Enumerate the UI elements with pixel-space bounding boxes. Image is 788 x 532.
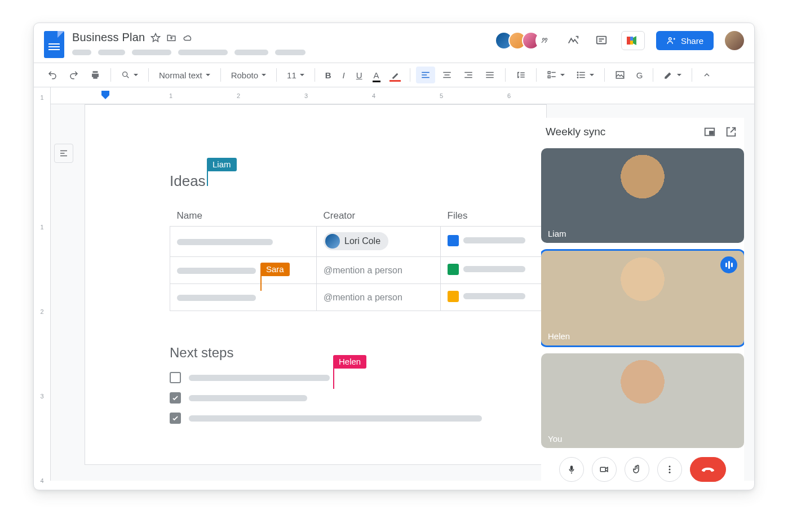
svg-point-14 xyxy=(577,77,578,78)
align-right-button[interactable] xyxy=(459,66,478,83)
svg-marker-0 xyxy=(152,33,160,41)
document-title[interactable]: Business Plan xyxy=(72,31,145,44)
document-page[interactable]: Liam Ideas Name Creator Files Lori Cole xyxy=(85,104,547,465)
move-folder-icon[interactable] xyxy=(166,33,176,43)
speaking-indicator-icon xyxy=(720,256,737,273)
editing-mode-dropdown[interactable] xyxy=(659,66,686,83)
indent-marker-icon[interactable] xyxy=(101,91,109,100)
insert-image-button[interactable] xyxy=(610,66,630,83)
svg-point-22 xyxy=(669,472,671,473)
share-icon xyxy=(666,36,676,46)
checklist-item[interactable] xyxy=(170,392,512,404)
mention-placeholder[interactable]: @mention a person xyxy=(317,257,441,284)
align-center-button[interactable] xyxy=(437,66,457,83)
meet-dropdown[interactable] xyxy=(621,31,645,50)
person-chip[interactable]: Lori Cole xyxy=(324,232,388,250)
checklist-button[interactable] xyxy=(542,66,569,83)
font-dropdown[interactable]: Roboto xyxy=(227,67,271,83)
outline-toggle-button[interactable] xyxy=(54,144,73,163)
print-button[interactable] xyxy=(86,66,105,83)
video-tile[interactable]: Liam xyxy=(541,148,744,243)
svg-rect-5 xyxy=(627,37,630,45)
text-color-button[interactable]: A xyxy=(369,67,384,83)
svg-marker-16 xyxy=(101,91,109,99)
svg-rect-3 xyxy=(597,37,607,44)
video-tile[interactable]: Helen xyxy=(541,251,744,345)
align-justify-button[interactable] xyxy=(480,66,499,83)
svg-rect-18 xyxy=(710,131,713,135)
svg-point-12 xyxy=(577,72,578,73)
pip-icon[interactable] xyxy=(701,123,718,140)
title-column: Business Plan xyxy=(72,30,306,55)
checkbox-unchecked-icon[interactable] xyxy=(170,372,181,383)
checkbox-checked-icon[interactable] xyxy=(170,413,181,424)
meet-icon xyxy=(625,34,639,47)
tile-label: You xyxy=(548,434,562,444)
insert-link-button[interactable]: G xyxy=(632,67,648,83)
meet-title-dropdown[interactable]: Weekly sync xyxy=(546,126,609,138)
bold-button[interactable]: B xyxy=(321,67,336,83)
mic-button[interactable] xyxy=(559,457,584,482)
collaborator-more-icon[interactable] xyxy=(535,32,554,50)
align-left-button[interactable] xyxy=(416,66,435,83)
docs-app-window: Business Plan xyxy=(33,23,755,490)
checklist-item[interactable] xyxy=(170,413,512,424)
svg-point-20 xyxy=(669,466,671,467)
line-spacing-button[interactable] xyxy=(511,66,530,83)
svg-rect-7 xyxy=(630,37,633,41)
format-toolbar: Normal text Roboto 11 B I U A G xyxy=(34,63,754,87)
svg-marker-6 xyxy=(633,36,636,45)
undo-button[interactable] xyxy=(43,66,62,83)
tile-label: Helen xyxy=(548,331,570,341)
file-chip-sheet[interactable] xyxy=(448,264,525,275)
comments-icon[interactable] xyxy=(593,32,610,49)
file-chip-slide[interactable] xyxy=(448,291,525,302)
popout-icon[interactable] xyxy=(723,123,740,140)
italic-button[interactable]: I xyxy=(338,67,349,83)
activity-icon[interactable] xyxy=(565,32,582,49)
bullet-list-button[interactable] xyxy=(572,66,599,83)
hangup-button[interactable] xyxy=(690,457,726,482)
mention-placeholder[interactable]: @mention a person xyxy=(317,284,441,311)
more-options-button[interactable] xyxy=(657,457,682,482)
share-label: Share xyxy=(681,36,703,46)
svg-point-8 xyxy=(669,38,671,41)
style-dropdown[interactable]: Normal text xyxy=(154,67,215,83)
collaborator-avatars[interactable] xyxy=(495,32,554,50)
cursor-flag-liam: Liam xyxy=(207,158,237,186)
docs-logo-icon[interactable] xyxy=(44,31,64,58)
svg-point-13 xyxy=(577,74,578,76)
checkbox-checked-icon[interactable] xyxy=(170,392,181,404)
underline-button[interactable]: U xyxy=(352,67,367,83)
redo-button[interactable] xyxy=(64,66,83,83)
meet-controls xyxy=(541,448,744,484)
menu-bar[interactable] xyxy=(72,50,306,55)
svg-point-9 xyxy=(123,72,127,77)
share-button[interactable]: Share xyxy=(656,31,714,50)
table-row[interactable]: Sara @mention a person xyxy=(170,257,553,284)
camera-button[interactable] xyxy=(592,457,617,482)
col-creator: Creator xyxy=(317,210,441,227)
svg-rect-11 xyxy=(548,76,550,78)
cursor-flag-sara: Sara xyxy=(260,263,290,291)
ideas-table: Name Creator Files Lori Cole xyxy=(170,210,553,311)
col-files: Files xyxy=(441,210,553,227)
star-icon[interactable] xyxy=(150,33,161,43)
collapse-toolbar-button[interactable] xyxy=(698,67,716,83)
video-tile[interactable]: You xyxy=(541,353,744,448)
account-avatar[interactable] xyxy=(725,31,744,50)
svg-point-2 xyxy=(545,38,547,41)
table-row[interactable]: Lori Cole xyxy=(170,227,553,257)
file-chip-doc[interactable] xyxy=(448,235,525,246)
tile-label: Liam xyxy=(548,229,566,238)
zoom-dropdown[interactable] xyxy=(117,67,143,83)
table-row[interactable]: @mention a person xyxy=(170,284,553,311)
font-size-dropdown[interactable]: 11 xyxy=(282,67,309,83)
cloud-status-icon[interactable] xyxy=(182,33,193,43)
titlebar: Business Plan xyxy=(34,23,754,63)
svg-point-1 xyxy=(542,38,544,41)
col-name: Name xyxy=(170,210,317,227)
cursor-flag-helen: Helen xyxy=(333,355,366,389)
raise-hand-button[interactable] xyxy=(625,457,649,482)
highlight-button[interactable] xyxy=(386,67,404,83)
